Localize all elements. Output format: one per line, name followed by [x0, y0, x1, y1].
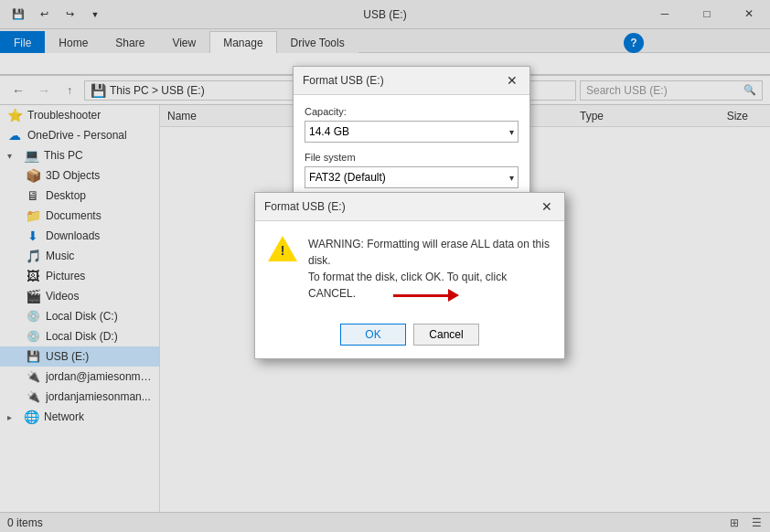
ok-button[interactable]: OK — [340, 324, 406, 346]
warning-dialog-titlebar: Format USB (E:) ✕ — [255, 193, 564, 221]
arrow-line — [393, 294, 448, 297]
format-dialog-bg-title: Format USB (E:) — [303, 74, 384, 87]
capacity-value: 14.4 GB — [309, 125, 349, 138]
format-dialog-bg-titlebar: Format USB (E:) ✕ — [294, 67, 529, 95]
warning-dialog-body: ! WARNING: Formatting will erase ALL dat… — [255, 221, 564, 316]
filesystem-select[interactable]: FAT32 (Default) ▾ — [305, 166, 519, 188]
filesystem-arrow: ▾ — [509, 173, 514, 183]
warning-dialog-title: Format USB (E:) — [264, 200, 346, 213]
format-dialog-bg-close[interactable]: ✕ — [504, 72, 520, 89]
maximize-button[interactable]: □ — [686, 0, 728, 27]
filesystem-value: FAT32 (Default) — [309, 171, 386, 184]
arrow-head — [448, 289, 459, 302]
capacity-label: Capacity: — [305, 106, 519, 117]
window-controls: ─ □ ✕ — [644, 0, 770, 27]
red-arrow — [393, 289, 459, 302]
capacity-select[interactable]: 14.4 GB ▾ — [305, 121, 519, 143]
warning-dialog-buttons: OK Cancel — [255, 316, 564, 358]
warning-icon-container: ! — [268, 236, 297, 265]
cancel-button[interactable]: Cancel — [413, 324, 479, 346]
warning-dialog-close[interactable]: ✕ — [539, 198, 555, 215]
warning-dialog: Format USB (E:) ✕ ! WARNING: Formatting … — [254, 192, 565, 359]
arrow-indicator — [393, 289, 459, 302]
warning-exclamation: ! — [281, 243, 285, 258]
minimize-button[interactable]: ─ — [644, 0, 686, 27]
warning-text-line1: WARNING: Formatting will erase ALL data … — [308, 236, 551, 269]
filesystem-label: File system — [305, 152, 519, 163]
close-button[interactable]: ✕ — [728, 0, 770, 27]
capacity-arrow: ▾ — [509, 127, 514, 137]
